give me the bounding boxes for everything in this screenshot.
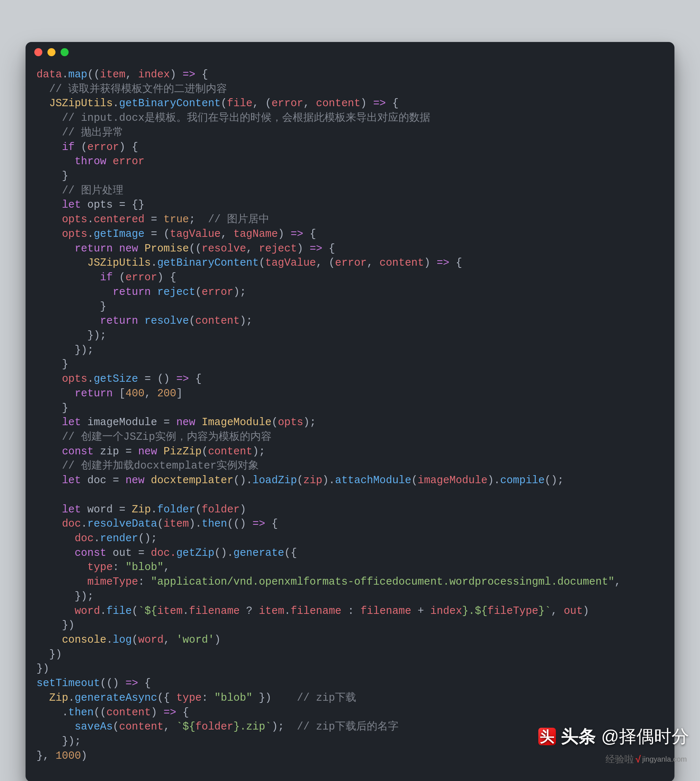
code-token: data — [37, 68, 62, 81]
close-icon[interactable] — [34, 48, 42, 56]
watermark-handle: @择偶时分 — [601, 725, 689, 748]
window-titlebar — [25, 42, 675, 62]
watermark-site: 经验啦 √ jingyanla.com — [605, 753, 687, 766]
code-content[interactable]: data.map((item, index) => { // 读取并获得模板文件… — [25, 62, 675, 781]
maximize-icon[interactable] — [61, 48, 68, 56]
toutiao-icon: 头 — [538, 728, 556, 745]
watermark-domain: jingyanla.com — [642, 755, 687, 763]
check-icon: √ — [635, 754, 640, 765]
minimize-icon[interactable] — [47, 48, 55, 56]
window-controls — [34, 48, 68, 56]
watermark-label: 头条 — [561, 725, 596, 748]
watermark-brand: 经验啦 — [605, 753, 634, 766]
watermark-author: 头 头条 @择偶时分 — [538, 725, 689, 748]
editor-window: data.map((item, index) => { // 读取并获得模板文件… — [25, 42, 675, 781]
